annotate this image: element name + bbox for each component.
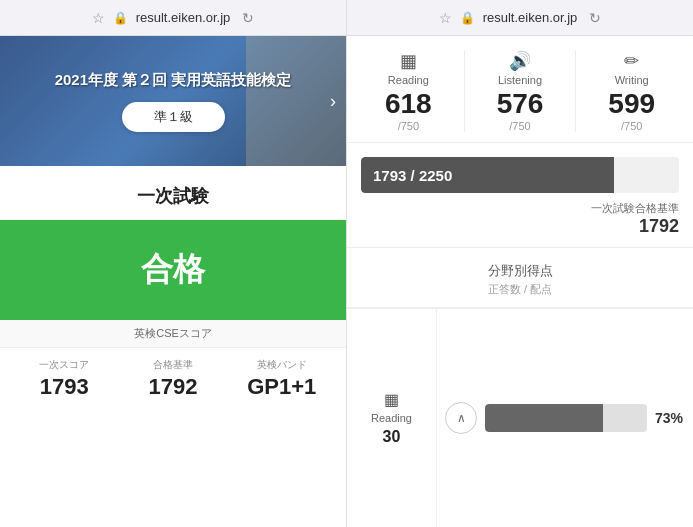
stat-col-score: 一次スコア 1793 xyxy=(10,358,119,400)
reading-num-bottom: 30 xyxy=(383,428,401,446)
score-bar-track xyxy=(485,404,647,432)
score-bar-cell: ∧ 73% xyxy=(437,309,693,527)
score-pct: 73% xyxy=(655,410,685,426)
stat-band-value: GP1+1 xyxy=(227,374,336,400)
reading-label-top: Reading xyxy=(357,74,460,86)
score-bar-fill xyxy=(485,404,603,432)
writing-max: /750 xyxy=(580,120,683,132)
cse-label: 英検CSEスコア xyxy=(0,320,346,348)
listening-max: /750 xyxy=(469,120,572,132)
writing-value: 599 xyxy=(580,90,683,118)
reading-cell: ▦ Reading 30 xyxy=(347,309,437,527)
stat-score-value: 1793 xyxy=(10,374,119,400)
stat-score-label: 一次スコア xyxy=(10,358,119,372)
browser-bar-left: ☆ 🔒 result.eiken.or.jp ↻ xyxy=(0,0,346,36)
star-icon-right[interactable]: ☆ xyxy=(439,10,452,26)
stat-passing-value: 1792 xyxy=(119,374,228,400)
stat-col-passing: 合格基準 1792 xyxy=(119,358,228,400)
stat-passing-label: 合格基準 xyxy=(119,358,228,372)
writing-label: Writing xyxy=(580,74,683,86)
reading-icon-top: ▦ xyxy=(357,50,460,72)
right-panel: ☆ 🔒 result.eiken.or.jp ↻ ▦ Reading 618 /… xyxy=(346,0,693,527)
reading-value-top: 618 xyxy=(357,90,460,118)
category-subtitle: 正答数 / 配点 xyxy=(361,282,679,297)
total-score-label: 1793 / 2250 xyxy=(373,167,452,184)
writing-icon: ✏ xyxy=(580,50,683,72)
chevron-button[interactable]: ∧ xyxy=(445,402,477,434)
bottom-stats: 一次スコア 1793 合格基準 1792 英検バンド GP1+1 xyxy=(0,348,346,527)
left-panel: ☆ 🔒 result.eiken.or.jp ↻ 2021年度 第２回 実用英語… xyxy=(0,0,346,527)
section-title-area: 一次試験 xyxy=(0,166,346,220)
reload-icon-right[interactable]: ↻ xyxy=(589,10,601,26)
lock-icon-right: 🔒 xyxy=(460,11,475,25)
reload-icon-left[interactable]: ↻ xyxy=(242,10,254,26)
reading-label-bottom: Reading xyxy=(371,412,412,424)
score-cards: ▦ Reading 618 /750 🔊 Listening 576 /750 … xyxy=(347,36,693,143)
listening-label: Listening xyxy=(469,74,572,86)
url-left: result.eiken.or.jp xyxy=(136,10,231,25)
star-icon-left[interactable]: ☆ xyxy=(92,10,105,26)
section-title: 一次試験 xyxy=(20,184,326,208)
bottom-row: ▦ Reading 30 ∧ 73% xyxy=(347,308,693,527)
lock-icon-left: 🔒 xyxy=(113,11,128,25)
listening-value: 576 xyxy=(469,90,572,118)
listening-icon: 🔊 xyxy=(469,50,572,72)
browser-bar-right: ☆ 🔒 result.eiken.or.jp ↻ xyxy=(347,0,693,36)
hero-arrow-icon: › xyxy=(330,91,336,112)
hero-section: 2021年度 第２回 実用英語技能検定 準１級 › xyxy=(0,36,346,166)
progress-bar-container: 1793 / 2250 xyxy=(361,157,679,193)
passing-score-label: 一次試験合格基準 xyxy=(361,201,679,216)
stat-col-band: 英検バンド GP1+1 xyxy=(227,358,336,400)
score-card-listening: 🔊 Listening 576 /750 xyxy=(469,50,572,132)
category-title: 分野別得点 xyxy=(361,262,679,280)
hero-title: 2021年度 第２回 実用英語技能検定 xyxy=(55,71,292,90)
score-card-reading: ▦ Reading 618 /750 xyxy=(357,50,460,132)
reading-icon-bottom: ▦ xyxy=(384,390,399,409)
pass-banner: 合格 xyxy=(0,220,346,320)
url-right: result.eiken.or.jp xyxy=(483,10,578,25)
category-section: 分野別得点 正答数 / 配点 xyxy=(347,248,693,308)
chevron-up-icon: ∧ xyxy=(457,411,466,425)
progress-bar-fill: 1793 / 2250 xyxy=(361,157,614,193)
progress-bar-max xyxy=(669,157,679,193)
passing-score-value: 1792 xyxy=(361,216,679,237)
grade-button[interactable]: 準１級 xyxy=(122,102,225,132)
pass-text: 合格 xyxy=(20,248,326,292)
score-card-writing: ✏ Writing 599 /750 xyxy=(580,50,683,132)
reading-max-top: /750 xyxy=(357,120,460,132)
progress-section: 1793 / 2250 一次試験合格基準 1792 xyxy=(347,143,693,248)
stat-band-label: 英検バンド xyxy=(227,358,336,372)
